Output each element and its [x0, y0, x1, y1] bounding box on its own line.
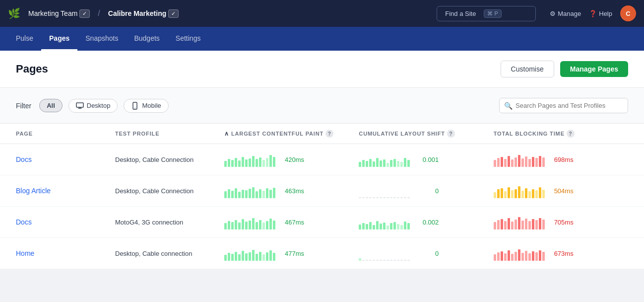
filter-all-button[interactable]: All [39, 99, 63, 112]
tbt-value: 673ms [550, 250, 574, 257]
table-row: Docs MotoG4, 3G connection [0, 207, 644, 238]
manage-label: Manage [558, 10, 581, 17]
tbt-value: 504ms [550, 187, 574, 195]
mobile-icon [131, 102, 139, 110]
test-profile: Desktop, Cable Connection [115, 156, 224, 163]
search-container: 🔍 [499, 98, 628, 113]
tab-snapshots[interactable]: Snapshots [77, 27, 126, 51]
table-row: Blog Article Desktop, Cable Connection [0, 175, 644, 207]
tab-pages[interactable]: Pages [41, 27, 77, 51]
manage-pages-button[interactable]: Manage Pages [560, 61, 628, 77]
cls-help-icon[interactable]: ? [447, 130, 455, 138]
avatar[interactable]: C [620, 5, 636, 21]
tbt-sparkline [494, 183, 545, 198]
lcp-cell: 463ms [224, 183, 359, 198]
tab-pulse[interactable]: Pulse [8, 27, 41, 51]
table-row: Home Desktop, Cable connection [0, 238, 644, 269]
lcp-sparkline [224, 215, 275, 229]
svg-point-2 [135, 107, 135, 108]
search-input[interactable] [499, 98, 628, 113]
tbt-value: 705ms [550, 219, 574, 226]
team-dropdown-button[interactable]: ✓ [79, 9, 90, 18]
tbt-value: 698ms [550, 156, 574, 163]
tbt-cell: 504ms [494, 183, 628, 198]
lcp-value: 420ms [280, 156, 304, 163]
lcp-value: 477ms [280, 250, 304, 257]
table-header: PAGE TEST PROFILE ∧ LARGEST CONTENTFUL P… [0, 124, 644, 144]
col-tbt: TOTAL BLOCKING TIME ? [494, 130, 628, 138]
site-dropdown-button[interactable]: ✓ [168, 9, 179, 18]
page-title: Pages [16, 63, 501, 76]
filter-mobile-label: Mobile [142, 102, 161, 109]
tbt-cell: 705ms [494, 215, 628, 229]
lcp-value: 467ms [280, 219, 304, 226]
tbt-help-icon[interactable]: ? [567, 130, 575, 138]
filter-label: Filter [16, 102, 31, 110]
page-link[interactable]: Docs [16, 218, 115, 226]
tbt-cell: 698ms [494, 152, 628, 167]
test-profile: Desktop, Cable connection [115, 250, 224, 257]
cls-sparkline [359, 246, 410, 261]
col-test-profile: TEST PROFILE [115, 130, 224, 138]
manage-link[interactable]: ⚙ Manage [550, 10, 581, 17]
lcp-cell: 420ms [224, 152, 359, 167]
search-icon: 🔍 [504, 102, 513, 110]
filter-all-label: All [47, 102, 55, 109]
page-link[interactable]: Docs [16, 155, 115, 163]
team-name[interactable]: Marketing Team ✓ [28, 9, 90, 18]
lcp-cell: 467ms [224, 215, 359, 229]
filter-desktop-label: Desktop [87, 102, 111, 109]
test-profile: Desktop, Cable Connection [115, 187, 224, 195]
table-container: PAGE TEST PROFILE ∧ LARGEST CONTENTFUL P… [0, 124, 644, 269]
help-label: Help [599, 10, 612, 17]
cls-value: 0.002 [415, 219, 439, 226]
cls-cell: 0 [359, 246, 493, 261]
tab-settings[interactable]: Settings [168, 27, 209, 51]
tbt-sparkline [494, 215, 545, 229]
site-label: Calibre Marketing [108, 9, 166, 17]
cls-sparkline [359, 152, 410, 167]
lcp-sparkline [224, 183, 275, 198]
site-name[interactable]: Calibre Marketing ✓ [108, 9, 179, 18]
lcp-cell: 477ms [224, 246, 359, 261]
col-cls: CUMULATIVE LAYOUT SHIFT ? [359, 130, 493, 138]
find-site-label: Find a Site [445, 10, 476, 17]
cls-sparkline [359, 215, 410, 229]
main-content: Pages Customise Manage Pages Filter All … [0, 51, 644, 269]
cls-value: 0 [415, 250, 439, 257]
nav-separator: / [98, 9, 100, 18]
lcp-help-icon[interactable]: ? [325, 130, 333, 138]
page-link[interactable]: Home [16, 249, 115, 257]
test-profile: MotoG4, 3G connection [115, 219, 224, 226]
team-label: Marketing Team [28, 9, 77, 17]
tbt-sparkline [494, 152, 545, 167]
top-nav-right: ⚙ Manage ❓ Help C [550, 5, 636, 21]
cls-sparkline [359, 183, 410, 198]
top-nav: 🌿 Marketing Team ✓ / Calibre Marketing ✓… [0, 0, 644, 27]
table-row: Docs Desktop, Cable Connection [0, 144, 644, 175]
lcp-sparkline [224, 152, 275, 167]
lcp-value: 463ms [280, 187, 304, 195]
sort-icon: ∧ [224, 130, 229, 137]
col-lcp[interactable]: ∧ LARGEST CONTENTFUL PAINT ? [224, 130, 359, 138]
filter-bar: Filter All Desktop Mobile 🔍 [0, 88, 644, 124]
lcp-sparkline [224, 246, 275, 261]
svg-rect-0 [76, 103, 83, 107]
tab-budgets[interactable]: Budgets [126, 27, 167, 51]
customise-button[interactable]: Customise [501, 61, 554, 77]
monitor-icon [76, 102, 84, 110]
filter-mobile-button[interactable]: Mobile [124, 99, 168, 113]
help-link[interactable]: ❓ Help [589, 10, 612, 17]
help-icon: ❓ [589, 10, 597, 17]
filter-desktop-button[interactable]: Desktop [68, 99, 118, 113]
cls-cell: 0.002 [359, 215, 493, 229]
find-site-button[interactable]: Find a Site ⌘ P [437, 6, 536, 21]
pages-header: Pages Customise Manage Pages [0, 51, 644, 88]
col-page: PAGE [16, 130, 115, 138]
gear-icon: ⚙ [550, 10, 556, 17]
page-link[interactable]: Blog Article [16, 187, 115, 195]
sub-nav: Pulse Pages Snapshots Budgets Settings [0, 27, 644, 51]
tbt-cell: 673ms [494, 246, 628, 261]
keyboard-shortcut: ⌘ P [484, 9, 501, 18]
cls-cell: 0.001 [359, 152, 493, 167]
